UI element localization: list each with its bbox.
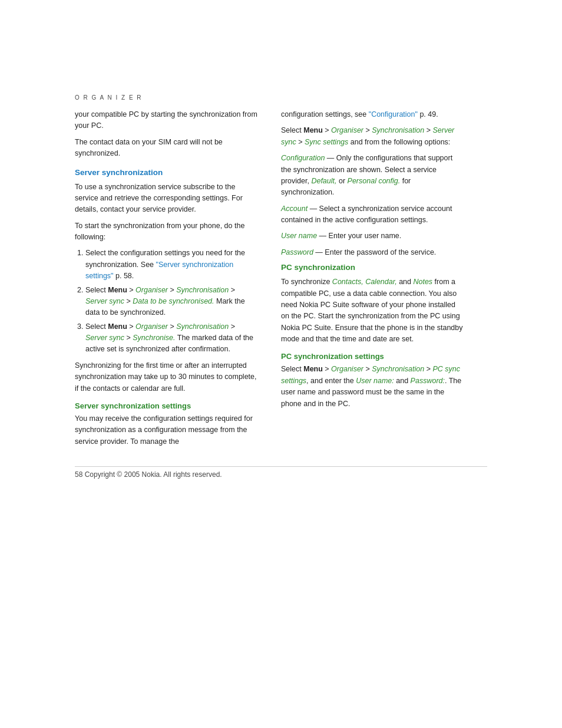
- server-sync-steps: Select the configuration settings you ne…: [85, 248, 257, 355]
- italic-sync-settings: Sync settings: [305, 138, 348, 146]
- definition-password: Password — Enter the password of the ser…: [281, 247, 464, 258]
- intro-para1: your compatible PC by starting the synch…: [75, 109, 257, 132]
- left-column: your compatible PC by starting the synch…: [75, 109, 257, 452]
- config-link[interactable]: "Configuration": [369, 110, 418, 118]
- server-sync-body2: To start the synchronization from your p…: [75, 220, 257, 243]
- organizer-label: O r g a n i z e r: [75, 94, 487, 101]
- server-sync-settings-heading: Server synchronization settings: [75, 401, 257, 410]
- page: O r g a n i z e r your compatible PC by …: [0, 0, 562, 728]
- italic-contacts-calendar: Contacts, Calendar,: [332, 278, 397, 286]
- bold-menu: Menu: [303, 126, 323, 134]
- definition-configuration: Configuration — Only the configurations …: [281, 153, 464, 199]
- def-term-configuration: Configuration: [281, 154, 325, 162]
- two-column-layout: your compatible PC by starting the synch…: [75, 109, 487, 452]
- def-term-account: Account: [281, 205, 308, 213]
- intro-para2-text: The contact data on your SIM card will n…: [75, 138, 223, 157]
- bold-menu-pc: Menu: [303, 365, 323, 373]
- italic-synchronisation-pc: Synchronisation: [372, 365, 424, 373]
- content-area: O r g a n i z e r your compatible PC by …: [75, 94, 487, 479]
- right-column: configuration settings, see "Configurati…: [281, 109, 464, 452]
- config-intro-para: configuration settings, see "Configurati…: [281, 109, 464, 120]
- pc-sync-settings-heading: PC synchronization settings: [281, 352, 464, 361]
- pc-sync-body: To synchronize Contacts, Calendar, and N…: [281, 276, 464, 345]
- server-sync-body1: To use a synchronization service subscri…: [75, 182, 257, 216]
- config-intro-text: configuration settings, see: [281, 110, 369, 118]
- select-menu-para: Select Menu > Organiser > Synchronisatio…: [281, 125, 464, 148]
- def-term-username: User name: [281, 232, 317, 240]
- italic-organiser-pc: Organiser: [331, 365, 363, 373]
- footer: 58 Copyright © 2005 Nokia. All rights re…: [75, 466, 487, 479]
- intro-para2: The contact data on your SIM card will n…: [75, 137, 257, 160]
- italic-password-pc: Password:: [411, 377, 445, 385]
- server-sync-note: Synchronizing for the first time or afte…: [75, 360, 257, 394]
- def-personal: Personal config.: [348, 177, 401, 185]
- server-sync-settings-link[interactable]: "Server synchronization settings": [85, 261, 233, 280]
- italic-notes: Notes: [413, 278, 432, 286]
- list-item: Select Menu > Organiser > Synchronisatio…: [85, 321, 257, 355]
- def-term-password: Password: [281, 248, 313, 256]
- pc-sync-heading: PC synchronization: [281, 263, 464, 272]
- pc-sync-settings-body: Select Menu > Organiser > Synchronisatio…: [281, 364, 464, 410]
- italic-organiser: Organiser: [331, 126, 363, 134]
- italic-synchronisation: Synchronisation: [372, 126, 424, 134]
- definition-account: Account — Select a synchronization servi…: [281, 203, 464, 226]
- def-default: Default,: [311, 177, 336, 185]
- config-page: p. 49.: [418, 110, 438, 118]
- server-sync-heading: Server synchronization: [75, 168, 257, 177]
- server-sync-settings-body: You may receive the configuration settin…: [75, 413, 257, 447]
- italic-username-pc: User name:: [356, 377, 394, 385]
- list-item: Select Menu > Organiser > Synchronisatio…: [85, 285, 257, 319]
- definition-username: User name — Enter your user name.: [281, 230, 464, 242]
- list-item: Select the configuration settings you ne…: [85, 248, 257, 282]
